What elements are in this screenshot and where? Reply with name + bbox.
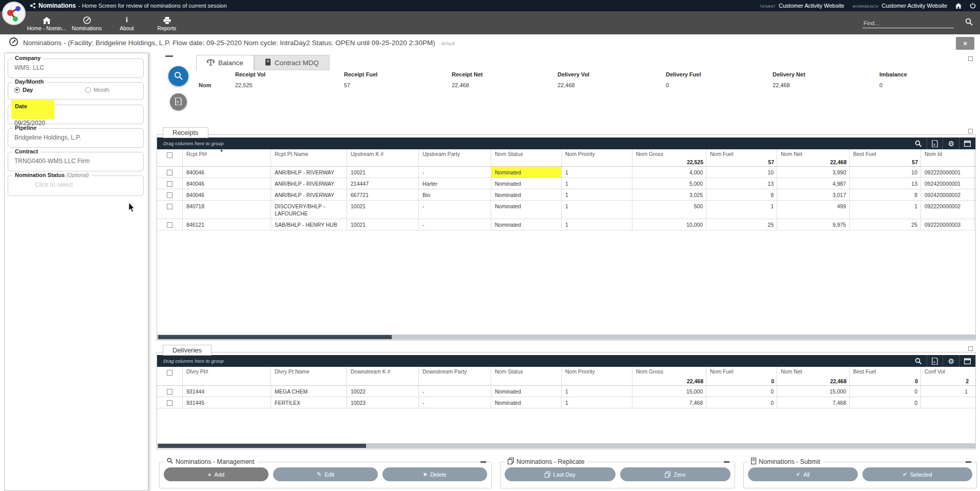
select-all-checkbox[interactable] xyxy=(167,370,172,376)
tenant-value: Customer Activity Website xyxy=(779,3,844,9)
grid-cell: Nominated xyxy=(491,219,562,230)
column-header[interactable]: Nom Status xyxy=(491,367,562,385)
column-header[interactable]: Nom Status xyxy=(491,149,562,166)
window-icon[interactable] xyxy=(959,138,975,149)
column-header[interactable]: Nom Priority xyxy=(562,149,632,166)
row-checkbox[interactable] xyxy=(167,170,172,175)
column-header[interactable]: Downstream K # xyxy=(347,367,419,385)
column-header[interactable]: Nom Fuel0 xyxy=(706,367,777,385)
tab-contract-mdq[interactable]: Contract MDQ xyxy=(254,55,330,70)
column-header[interactable]: Nom Gross22,468 xyxy=(632,367,706,385)
column-header[interactable]: Nom Id xyxy=(921,149,974,166)
column-header[interactable]: Nom Gross22,525 xyxy=(632,149,706,166)
home-icon[interactable] xyxy=(955,3,962,9)
tab-balance[interactable]: Balance xyxy=(196,55,254,70)
menu-item-about[interactable]: i About xyxy=(107,16,147,31)
window-icon[interactable] xyxy=(959,355,975,367)
nomination-status-field[interactable]: Nomination Status (Optional) Click to se… xyxy=(8,175,144,196)
add-button[interactable]: + Add xyxy=(164,467,268,481)
column-header[interactable]: Upstream Party xyxy=(419,149,491,166)
contract-value: TRNG0400-WMS LLC Firm xyxy=(8,152,143,168)
select-all-checkbox[interactable] xyxy=(167,152,172,158)
column-header[interactable]: Nom Net22,468 xyxy=(777,149,850,166)
excel-export-icon[interactable]: x xyxy=(927,138,943,149)
settings-gear-icon[interactable]: ⚙ xyxy=(943,355,959,367)
pipeline-field[interactable]: Pipeline Bridgeline Holdings, L.P. xyxy=(8,128,144,148)
settings-gear-icon[interactable]: ⚙ xyxy=(943,138,959,149)
date-field[interactable]: Date 09/25/2020 xyxy=(8,105,144,124)
search-icon[interactable] xyxy=(910,138,927,149)
table-row[interactable]: 840046ANR/BHLP - RIVERWAY214447HarterNom… xyxy=(157,178,975,189)
grid-cell: 10021 xyxy=(347,219,419,230)
maximize-icon[interactable] xyxy=(968,129,973,133)
column-total: 22,525 xyxy=(687,159,703,165)
scrollbar-thumb[interactable] xyxy=(158,444,366,448)
collapse-panel-dash-icon[interactable] xyxy=(724,461,729,463)
submit-selected-button[interactable]: ✔ Selected xyxy=(862,467,972,481)
collapse-panel-dash-icon[interactable] xyxy=(481,461,486,463)
maximize-icon[interactable] xyxy=(968,346,973,351)
row-checkbox[interactable] xyxy=(167,181,172,187)
grid-cell: 1 xyxy=(921,386,975,397)
excel-export-icon[interactable]: x xyxy=(927,355,943,367)
close-button[interactable]: × xyxy=(956,37,974,50)
menu-item-home[interactable]: Home - Nomin... xyxy=(27,16,67,31)
menu-item-nominations[interactable]: Nominations xyxy=(67,16,107,31)
column-header[interactable]: Nom Fuel57 xyxy=(706,149,777,166)
scrollbar-thumb[interactable] xyxy=(158,335,392,339)
row-checkbox[interactable] xyxy=(167,400,172,406)
radio-month[interactable]: Month xyxy=(85,87,109,93)
column-header[interactable]: Rcpt Pt Name xyxy=(271,149,347,166)
grid-cell: Nominated xyxy=(491,201,562,219)
search-icon[interactable] xyxy=(965,18,973,28)
column-header[interactable]: Upstream K # xyxy=(347,149,419,166)
collapse-panel-dash-icon[interactable] xyxy=(966,461,971,463)
maximize-icon[interactable] xyxy=(968,56,973,61)
search-submit-button[interactable] xyxy=(168,66,188,86)
power-icon[interactable] xyxy=(970,3,976,9)
radio-selected-icon xyxy=(14,87,20,93)
column-header[interactable]: Conf Vol2 xyxy=(921,367,980,385)
row-checkbox[interactable] xyxy=(167,389,172,395)
search-icon[interactable] xyxy=(910,355,927,367)
column-header[interactable]: Dlvry Pt Name xyxy=(271,367,347,385)
column-header[interactable]: Nom Net22,468 xyxy=(777,367,850,385)
contract-field[interactable]: Contract TRNG0400-WMS LLC Firm xyxy=(8,152,144,171)
delete-button[interactable]: ✖ Delete xyxy=(382,467,487,481)
column-header[interactable]: Dlvry Pt# xyxy=(183,367,271,385)
column-header[interactable]: Rcpt Pt#▲ xyxy=(183,149,271,166)
zero-button[interactable]: Zero xyxy=(620,467,731,481)
collapse-sidebar-dash-icon[interactable] xyxy=(165,55,173,57)
column-header[interactable]: Nom Priority xyxy=(562,367,632,385)
company-field[interactable]: Company WMS, LLC xyxy=(8,58,144,78)
column-total: 22,468 xyxy=(830,378,847,384)
grid-cell: Nominated xyxy=(491,397,562,408)
company-logo[interactable] xyxy=(2,2,26,25)
table-row[interactable]: 840046ANR/BHLP - RIVERWAY667721BioNomina… xyxy=(157,189,975,201)
company-label: Company xyxy=(12,55,43,61)
menu-item-reports[interactable]: Reports xyxy=(147,16,187,31)
row-checkbox[interactable] xyxy=(167,204,172,209)
page-header: Nominations - (Facility: Bridgeline Hold… xyxy=(0,34,980,51)
column-header[interactable]: Best Fuel0 xyxy=(850,367,921,385)
table-row[interactable]: 846121SAB/BHLP - HENRY HUB10021-Nominate… xyxy=(157,219,975,230)
balance-value: 0 xyxy=(666,82,669,88)
table-row[interactable]: 840046ANR/BHLP - RIVERWAY10021-Nominated… xyxy=(157,167,975,178)
last-day-button[interactable]: Last Day xyxy=(505,467,616,481)
grid-cell: 10 xyxy=(706,167,777,178)
column-header[interactable]: Best Fuel57 xyxy=(850,149,921,166)
grid-cell: 15,000 xyxy=(632,386,706,397)
table-row[interactable]: 931445FERTILEX10023-Nominated17,46807,46… xyxy=(157,397,975,408)
grid-cell: 0 xyxy=(850,397,921,408)
find-input[interactable] xyxy=(862,18,954,28)
radio-day[interactable]: Day xyxy=(14,87,33,93)
submit-all-button[interactable]: ✔ All xyxy=(748,467,858,481)
export-file-button[interactable]: x xyxy=(170,93,187,110)
column-header[interactable]: Downstream Party xyxy=(419,367,491,385)
row-checkbox[interactable] xyxy=(167,192,172,198)
receipts-header-row: Rcpt Pt#▲Rcpt Pt NameUpstream K #Upstrea… xyxy=(157,149,975,167)
row-checkbox[interactable] xyxy=(167,222,172,228)
table-row[interactable]: 840718DISCOVERY/BHLP - LAFOURCHE10021-No… xyxy=(157,201,975,219)
edit-button[interactable]: ✎ Edit xyxy=(273,467,378,481)
table-row[interactable]: 931444MEGA CHEM10022-Nominated115,000015… xyxy=(157,386,975,397)
